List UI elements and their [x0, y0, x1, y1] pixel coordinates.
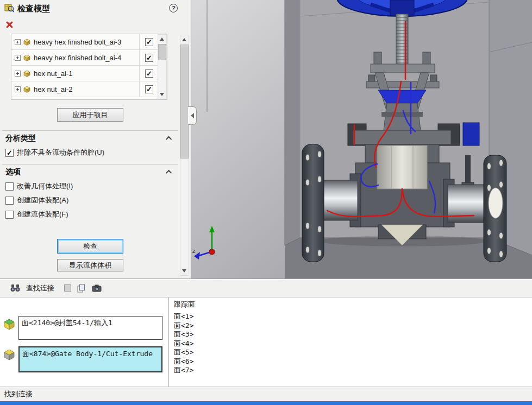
copy-icon — [77, 284, 85, 293]
component-row[interactable]: heavy hex finished bolt_ai-4 — [11, 50, 159, 66]
face-ref-entry: 面<874>@Gate Body-1/Cut-Extrude — [3, 346, 162, 372]
component-checkbox[interactable] — [145, 85, 153, 93]
face-row[interactable]: 面<4> — [174, 339, 527, 349]
create-solid-checkbox[interactable] — [5, 197, 14, 205]
face-row[interactable]: 面<2> — [174, 321, 527, 331]
part-icon — [23, 70, 31, 77]
component-label: hex nut_ai-1 — [34, 69, 139, 78]
component-label: hex nut_ai-2 — [34, 85, 139, 93]
find-connections-icon — [9, 283, 22, 293]
copy-connections-button[interactable] — [76, 283, 86, 294]
tracked-faces-header: 跟踪面 — [174, 300, 527, 309]
scroll-up-icon[interactable] — [158, 35, 166, 43]
tracked-faces: 跟踪面 面<1> 面<2> 面<3> 面<4> 面<5> 面<6> 面<7> — [168, 298, 532, 387]
collapse-chevron-icon[interactable] — [166, 170, 172, 176]
connections-content: 面<2140>@封盖54-1/输入1 面<874>@Gate Body-1/Cu… — [0, 298, 532, 387]
face-row[interactable]: 面<6> — [174, 357, 527, 366]
find-connections-title: 查找连接 — [26, 283, 54, 293]
expand-icon[interactable] — [15, 39, 21, 45]
component-label: heavy hex finished bolt_ai-4 — [34, 54, 139, 62]
help-glyph: ? — [172, 5, 176, 11]
find-connections-panel: 查找连接 — [0, 279, 532, 401]
create-solid-row[interactable]: 创建固体装配(A) — [5, 195, 175, 205]
part-icon — [23, 39, 31, 46]
options-title: 选项 — [5, 167, 21, 177]
face-ref-icon — [3, 318, 15, 332]
status-text: 找到连接 — [4, 389, 33, 399]
check-model-icon — [4, 3, 14, 15]
component-row[interactable]: hex nut_ai-2 — [11, 81, 159, 97]
create-fluid-checkbox[interactable] — [5, 211, 14, 219]
face-ref-box-1[interactable]: 面<2140>@封盖54-1/输入1 — [18, 316, 162, 340]
expand-icon[interactable] — [15, 71, 21, 77]
component-checkbox[interactable] — [145, 38, 153, 46]
taskbar-strip — [0, 401, 532, 405]
check-model-panel: 检查模型 ? heavy hex finished bolt_ai-3 — [0, 0, 191, 279]
close-button[interactable] — [5, 21, 14, 29]
exclude-cavities-row[interactable]: 排除不具备流动条件的腔(U) — [5, 148, 175, 157]
scroll-up-icon[interactable] — [180, 35, 189, 44]
face-references: 面<2140>@封盖54-1/输入1 面<874>@Gate Body-1/Cu… — [0, 298, 168, 387]
component-checkbox[interactable] — [145, 54, 153, 62]
improve-geometry-row[interactable]: 改善几何体处理(I) — [5, 181, 175, 191]
exclude-cavities-label: 排除不具备流动条件的腔(U) — [17, 148, 104, 157]
scroll-down-icon[interactable] — [158, 90, 166, 99]
camera-icon — [92, 284, 102, 292]
panel-scrollbar[interactable] — [180, 35, 189, 276]
axis-z-label: Z — [192, 249, 196, 254]
status-bar: 找到连接 — [0, 387, 532, 401]
face-row[interactable]: 面<5> — [174, 348, 527, 357]
app-window: 检查模型 ? heavy hex finished bolt_ai-3 — [0, 0, 532, 405]
analysis-type-title: 分析类型 — [5, 134, 36, 143]
expand-icon[interactable] — [15, 86, 21, 92]
check-button[interactable]: 检查 — [57, 239, 123, 254]
component-label: heavy hex finished bolt_ai-3 — [34, 38, 139, 46]
improve-geometry-label: 改善几何体处理(I) — [17, 181, 73, 191]
scrollbar-thumb[interactable] — [180, 45, 189, 159]
part-icon — [23, 54, 31, 61]
create-fluid-row[interactable]: 创建流体装配(F) — [5, 210, 175, 219]
collapse-chevron-icon[interactable] — [166, 136, 172, 142]
component-row[interactable]: heavy hex finished bolt_ai-3 — [11, 34, 159, 50]
top-area: 检查模型 ? heavy hex finished bolt_ai-3 — [0, 0, 532, 279]
face-ref-entry: 面<2140>@封盖54-1/输入1 — [3, 316, 162, 340]
component-checkbox[interactable] — [145, 69, 153, 78]
collapse-arrow-icon — [191, 113, 194, 118]
panel-header: 检查模型 — [4, 3, 50, 15]
help-icon[interactable]: ? — [169, 4, 178, 12]
create-solid-label: 创建固体装配(A) — [17, 195, 68, 205]
face-row[interactable]: 面<3> — [174, 330, 527, 339]
scrollbar-thumb[interactable] — [158, 44, 166, 60]
apply-to-project-button[interactable]: 应用于项目 — [57, 108, 123, 122]
list-scrollbar[interactable] — [158, 34, 167, 99]
3d-viewport[interactable]: Z — [191, 0, 532, 279]
options-section: 选项 改善几何体处理(I) 创建固体装配(A) 创建流体装配(F) — [2, 164, 178, 219]
exclude-cavities-checkbox[interactable] — [5, 149, 14, 157]
find-connections-toolbar: 查找连接 — [0, 279, 532, 298]
panel-collapse-tab[interactable] — [188, 106, 197, 125]
close-icon — [5, 21, 13, 28]
face-ref-icon — [3, 349, 15, 363]
component-list: heavy hex finished bolt_ai-3 heavy hex f… — [11, 34, 167, 100]
snapshot-button[interactable] — [91, 283, 103, 293]
create-fluid-label: 创建流体装配(F) — [17, 210, 68, 219]
face-row[interactable]: 面<7> — [174, 366, 527, 375]
improve-geometry-checkbox[interactable] — [5, 182, 14, 191]
analysis-type-section: 分析类型 排除不具备流动条件的腔(U) — [2, 130, 178, 157]
expand-icon[interactable] — [15, 55, 21, 61]
panel-title: 检查模型 — [17, 4, 50, 14]
show-fluid-volume-button[interactable]: 显示流体体积 — [57, 259, 123, 271]
scroll-down-icon[interactable] — [180, 267, 189, 275]
part-icon — [23, 86, 31, 93]
face-ref-box-2[interactable]: 面<874>@Gate Body-1/Cut-Extrude — [18, 346, 162, 372]
face-row[interactable]: 面<1> — [174, 312, 527, 321]
component-row[interactable]: hex nut_ai-1 — [11, 66, 159, 81]
color-swatch-button[interactable] — [64, 284, 71, 292]
